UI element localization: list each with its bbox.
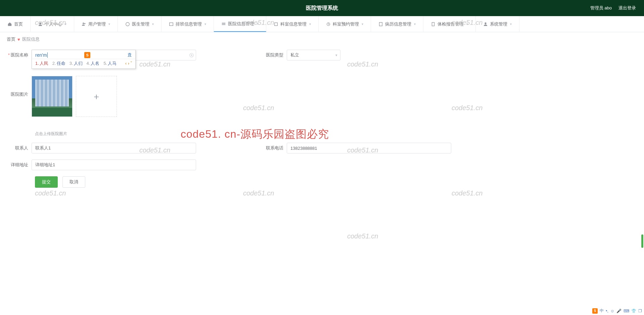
chevron-right-icon: › bbox=[128, 61, 129, 66]
submit-button[interactable]: 提交 bbox=[35, 176, 58, 188]
nav-label: 体检报告管理 bbox=[438, 21, 464, 27]
nav-label: 首页 bbox=[14, 21, 23, 27]
app-header: 医院管理系统 管理员 abo 退出登录 bbox=[0, 0, 644, 16]
hospital-type-select[interactable]: 私立 ▾ bbox=[287, 50, 340, 60]
nav-label: 医生管理 bbox=[132, 21, 149, 27]
svg-point-1 bbox=[83, 22, 84, 24]
header-right: 管理员 abo 退出登录 bbox=[590, 5, 636, 11]
nav-label: 科室预约管理 bbox=[333, 21, 359, 27]
chevron-down-icon: ▾ bbox=[108, 22, 110, 26]
svg-rect-8 bbox=[432, 22, 434, 26]
ime-candidate[interactable]: 5.人马 bbox=[103, 60, 117, 66]
schedule-icon bbox=[169, 22, 174, 27]
nav-profile[interactable]: 个人中心 ▾ bbox=[31, 16, 74, 32]
nav-home[interactable]: 首页 bbox=[0, 16, 31, 32]
nav-label: 用户管理 bbox=[88, 21, 106, 27]
ime-panel: ren'm S 효 1.人民 2.任命 3.人们 4.人名 5.人马 ‹›ˇ bbox=[32, 50, 136, 69]
system-icon bbox=[483, 22, 488, 27]
ime-candidate[interactable]: 2.任命 bbox=[52, 60, 65, 66]
nav-doctors[interactable]: 医生管理 ▾ bbox=[118, 16, 162, 32]
chevron-down-icon: ▾ bbox=[466, 22, 468, 26]
nav-label: 病历信息管理 bbox=[385, 21, 411, 27]
nav-schedule[interactable]: 排班信息管理 ▾ bbox=[162, 16, 214, 32]
chevron-down-icon: ▾ bbox=[65, 22, 66, 26]
phone-label: 联系电话 bbox=[260, 143, 287, 153]
clear-icon[interactable]: ⓧ bbox=[189, 52, 194, 58]
nav-appointment[interactable]: 科室预约管理 ▾ bbox=[319, 16, 371, 32]
select-value: 私立 bbox=[290, 52, 299, 58]
type-label: 医院类型 bbox=[260, 50, 287, 60]
svg-point-2 bbox=[84, 23, 86, 24]
logout-link[interactable]: 退出登录 bbox=[618, 5, 636, 11]
chevron-down-icon: ˇ bbox=[131, 61, 132, 66]
contact-label: 联系人 bbox=[5, 143, 32, 153]
nav-records[interactable]: 病历信息管理 ▾ bbox=[371, 16, 423, 32]
nav-department[interactable]: 科室信息管理 ▾ bbox=[266, 16, 319, 32]
ime-candidate[interactable]: 1.人民 bbox=[35, 60, 48, 66]
doctor-icon bbox=[125, 22, 130, 27]
nav-label: 排班信息管理 bbox=[176, 21, 202, 27]
ime-candidate[interactable]: 3.人们 bbox=[70, 60, 83, 66]
chevron-down-icon: ▾ bbox=[204, 22, 206, 26]
main-nav: 首页 个人中心 ▾ 用户管理 ▾ 医生管理 ▾ 排班信息管理 ▾ 医院信息管理 … bbox=[0, 16, 644, 32]
name-label: *医院名称 bbox=[5, 50, 32, 60]
chevron-down-icon: ▾ bbox=[335, 53, 337, 57]
ime-candidate[interactable]: 4.人名 bbox=[87, 60, 100, 66]
breadcrumb-home[interactable]: 首页 bbox=[7, 36, 15, 42]
cancel-button[interactable]: 取消 bbox=[62, 176, 85, 188]
nav-report[interactable]: 体检报告管理 ▾ bbox=[423, 16, 476, 32]
breadcrumb: 首页 ♥ 医院信息 bbox=[0, 32, 644, 46]
svg-rect-4 bbox=[170, 22, 173, 26]
nav-label: 个人中心 bbox=[45, 21, 62, 27]
chevron-down-icon: ▾ bbox=[152, 22, 154, 26]
nav-label: 科室信息管理 bbox=[280, 21, 307, 27]
app-title: 医院管理系统 bbox=[306, 5, 338, 12]
hospital-icon bbox=[221, 21, 226, 26]
chevron-down-icon: ▾ bbox=[362, 22, 363, 26]
chevron-down-icon: ▾ bbox=[510, 22, 512, 26]
image-label: 医院图片 bbox=[5, 74, 32, 117]
dept-icon bbox=[274, 22, 278, 27]
contact-input[interactable] bbox=[32, 143, 196, 153]
nav-system[interactable]: 系统管理 ▾ bbox=[476, 16, 519, 32]
hospital-form: *医院名称 ⓧ ren'm S 효 1.人民 2.任命 3.人们 4.人名 5.… bbox=[0, 46, 644, 201]
svg-rect-7 bbox=[379, 22, 382, 26]
address-input[interactable] bbox=[32, 160, 196, 170]
report-icon bbox=[431, 22, 435, 27]
nav-label: 系统管理 bbox=[490, 21, 507, 27]
phone-input[interactable] bbox=[287, 143, 451, 153]
nav-hospital[interactable]: 医院信息管理 ▾ bbox=[214, 16, 266, 32]
ime-composition: ren'm bbox=[35, 52, 48, 58]
svg-point-0 bbox=[39, 22, 41, 24]
chevron-down-icon: ▾ bbox=[309, 22, 311, 26]
hospital-image-thumb[interactable] bbox=[32, 76, 73, 117]
user-label[interactable]: 管理员 abo bbox=[590, 5, 612, 11]
breadcrumb-current: 医院信息 bbox=[22, 36, 40, 42]
appt-icon bbox=[326, 22, 331, 27]
upload-hint: 点击上传医院图片 bbox=[35, 131, 67, 137]
upload-add-button[interactable]: ＋ bbox=[76, 76, 117, 117]
address-label: 详细地址 bbox=[5, 160, 32, 170]
nav-label: 医院信息管理 bbox=[228, 21, 254, 27]
heart-icon: ♥ bbox=[17, 37, 20, 42]
sogou-logo-icon: S bbox=[84, 52, 90, 58]
user-icon bbox=[38, 22, 43, 27]
chevron-down-icon: ▾ bbox=[257, 22, 259, 26]
svg-point-3 bbox=[126, 22, 130, 26]
record-icon bbox=[378, 22, 383, 27]
home-icon bbox=[7, 22, 12, 27]
users-icon bbox=[82, 22, 86, 27]
ime-pager[interactable]: ‹›ˇ bbox=[125, 61, 132, 66]
nav-users[interactable]: 用户管理 ▾ bbox=[74, 16, 118, 32]
chevron-left-icon: ‹ bbox=[125, 61, 127, 66]
svg-rect-5 bbox=[275, 22, 278, 26]
chevron-down-icon: ▾ bbox=[414, 22, 416, 26]
svg-point-9 bbox=[485, 22, 486, 24]
